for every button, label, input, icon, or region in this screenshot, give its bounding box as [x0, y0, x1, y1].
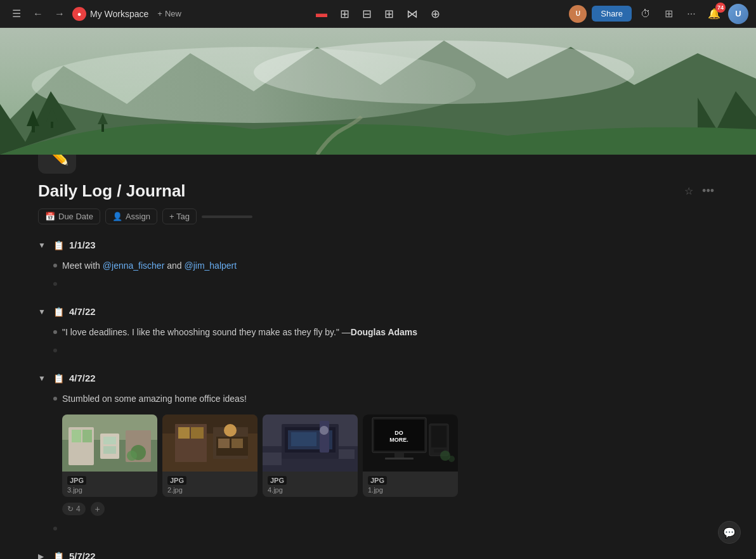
- notification-badge: 74: [715, 3, 726, 13]
- entry-1-header[interactable]: ▼ 📋 1/1/23: [38, 240, 718, 250]
- svg-text:DO: DO: [394, 430, 403, 436]
- page-more-button[interactable]: •••: [698, 182, 718, 200]
- tag-button[interactable]: + Tag: [162, 209, 197, 224]
- svg-rect-39: [320, 421, 329, 453]
- svg-rect-31: [218, 439, 230, 448]
- share-view-icon[interactable]: ⋈: [404, 4, 420, 23]
- image-name-1: 1.jpg: [368, 486, 453, 494]
- meta-row: 📅 Due Date 👤 Assign + Tag: [38, 209, 718, 224]
- chevron-down-icon: ▼: [38, 307, 48, 316]
- image-type-3: JPG: [67, 476, 86, 485]
- content-area: ✏️ Daily Log / Journal ☆ ••• 📅 Due Date …: [0, 155, 756, 559]
- svg-text:MORE.: MORE.: [389, 437, 408, 443]
- people-view-icon[interactable]: ⊕: [428, 4, 443, 23]
- attachment-add-button[interactable]: +: [91, 502, 105, 516]
- page-title: Daily Log / Journal: [38, 181, 186, 201]
- svg-rect-16: [82, 430, 92, 442]
- list-item-empty: [53, 520, 718, 533]
- entry-2: ▼ 📋 4/7/22 "I love deadlines. I like the…: [38, 306, 718, 355]
- page-icon-wrap: ✏️: [38, 155, 718, 174]
- image-thumb-4: [263, 414, 358, 472]
- image-thumb-3: [62, 414, 157, 472]
- svg-rect-27: [191, 427, 204, 439]
- image-meta-1: JPG 1.jpg: [363, 472, 458, 496]
- new-button[interactable]: + New: [152, 6, 186, 21]
- entry-3-body: Stumbled on some amazing home office ide…: [38, 390, 718, 533]
- svg-rect-48: [394, 453, 404, 458]
- person-icon: 👤: [112, 212, 122, 221]
- entry-2-date: 4/7/22: [69, 306, 96, 317]
- topbar-center: ▬ ⊞ ⊟ ⊞ ⋈ ⊕: [313, 4, 443, 23]
- image-card-3jpg[interactable]: JPG 3.jpg: [62, 414, 157, 497]
- svg-point-40: [320, 426, 329, 435]
- svg-rect-18: [103, 437, 116, 444]
- timer-icon[interactable]: ⏱: [637, 5, 655, 23]
- svg-rect-26: [178, 427, 190, 439]
- douglas-adams-name: Douglas Adams: [351, 327, 417, 337]
- table-view-icon[interactable]: ⊞: [337, 4, 352, 23]
- page-title-row: Daily Log / Journal ☆ •••: [38, 181, 718, 201]
- image-card-1jpg[interactable]: DO MORE.: [363, 414, 458, 497]
- notification-button[interactable]: 🔔 74: [705, 5, 723, 23]
- page-header: ✏️ Daily Log / Journal ☆ ••• 📅 Due Date …: [0, 155, 756, 224]
- assign-button[interactable]: 👤 Assign: [105, 209, 157, 224]
- image-type-4: JPG: [268, 476, 287, 485]
- image-name-3: 3.jpg: [67, 486, 152, 494]
- block-view-icon[interactable]: ▬: [313, 4, 330, 23]
- settings-icon[interactable]: ⊞: [660, 5, 677, 23]
- svg-point-3: [254, 41, 634, 104]
- image-type-1: JPG: [368, 476, 387, 485]
- calendar-icon: 📅: [45, 212, 55, 221]
- image-card-4jpg[interactable]: JPG 4.jpg: [263, 414, 358, 497]
- entry-3-item-1: Stumbled on some amazing home office ide…: [62, 392, 247, 406]
- entry-4-date: 5/7/22: [69, 551, 96, 559]
- attachment-count-button[interactable]: ↻ 4: [62, 503, 86, 515]
- bullet-icon: [53, 264, 57, 267]
- entry-4-icon: 📋: [53, 551, 64, 560]
- svg-rect-49: [385, 458, 414, 459]
- grid-view-icon[interactable]: ⊞: [382, 4, 396, 23]
- nav-forward-icon[interactable]: →: [51, 5, 68, 23]
- image-card-2jpg[interactable]: JPG 2.jpg: [162, 414, 257, 497]
- entry-4-header[interactable]: ▶ 📋 5/7/22: [38, 551, 718, 559]
- bullet-icon: [53, 330, 57, 334]
- image-meta-2: JPG 2.jpg: [162, 472, 257, 496]
- calendar-view-icon[interactable]: ⊟: [360, 4, 374, 23]
- entry-3: ▼ 📋 4/7/22 Stumbled on some amazing home…: [38, 373, 718, 533]
- bullet-icon: [53, 349, 57, 352]
- topbar: ☰ ← → ● My Workspace + New ▬ ⊞ ⊟ ⊞ ⋈ ⊕ U…: [0, 0, 756, 28]
- svg-rect-32: [231, 439, 243, 448]
- topbar-left: ☰ ← → ● My Workspace + New: [8, 5, 564, 23]
- comment-button[interactable]: 💬: [718, 521, 741, 544]
- star-button[interactable]: ☆: [684, 185, 693, 197]
- share-button[interactable]: Share: [592, 6, 632, 22]
- bullet-icon: [53, 397, 57, 401]
- content-scroll[interactable]: ✏️ Daily Log / Journal ☆ ••• 📅 Due Date …: [0, 155, 756, 559]
- list-item: Stumbled on some amazing home office ide…: [53, 390, 718, 408]
- workspace-logo: ●: [72, 7, 86, 21]
- entry-3-header[interactable]: ▼ 📋 4/7/22: [38, 373, 718, 383]
- user-avatar[interactable]: U: [728, 4, 748, 24]
- mention-jenna[interactable]: @jenna_fischer: [103, 260, 165, 271]
- more-options-icon[interactable]: ···: [682, 5, 700, 23]
- chevron-right-icon: ▶: [38, 552, 48, 560]
- nav-back-icon[interactable]: ←: [29, 5, 47, 23]
- workspace-name: My Workspace: [90, 9, 148, 19]
- entry-1-item-1: Meet with @jenna_fischer and @jim_halper…: [62, 259, 237, 273]
- attachment-count-label: 4: [76, 504, 81, 513]
- due-date-button[interactable]: 📅 Due Date: [38, 209, 100, 224]
- entry-2-header[interactable]: ▼ 📋 4/7/22: [38, 306, 718, 317]
- sidebar-toggle-icon[interactable]: ☰: [8, 5, 25, 23]
- bullet-icon: [53, 527, 57, 530]
- hero-image: [0, 28, 756, 155]
- plus-icon: +: [157, 9, 162, 18]
- svg-rect-38: [291, 432, 316, 446]
- chevron-down-icon: ▼: [38, 374, 48, 383]
- image-name-4: 4.jpg: [268, 486, 353, 494]
- image-meta-3: JPG 3.jpg: [62, 472, 157, 496]
- entry-3-icon: 📋: [53, 373, 64, 383]
- mention-jim[interactable]: @jim_halpert: [184, 260, 237, 271]
- page-icon[interactable]: ✏️: [38, 155, 76, 174]
- image-thumb-1: DO MORE.: [363, 414, 458, 472]
- attachment-row: ↻ 4 +: [62, 502, 718, 516]
